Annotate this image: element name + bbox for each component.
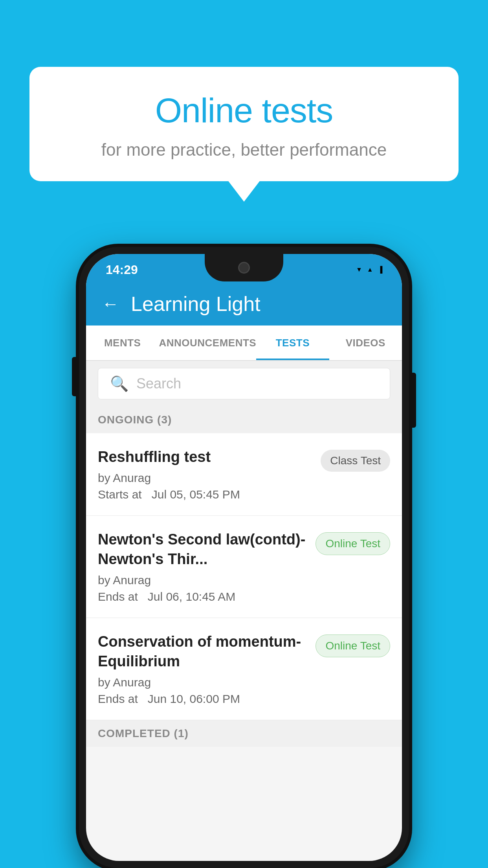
search-input[interactable]: 🔍 Search <box>98 368 390 399</box>
phone-frame: 14:29 ▼ ▲ ▐ ← Learning Light MENTS ANNOU… <box>79 247 409 868</box>
bubble-subtitle: for more practice, better performance <box>49 140 439 160</box>
app-title: Learning Light <box>131 292 261 316</box>
test-name: Conservation of momentum-Equilibrium <box>98 632 308 671</box>
search-placeholder-text: Search <box>136 375 181 392</box>
search-bar-container: 🔍 Search <box>86 361 402 406</box>
speech-bubble-card: Online tests for more practice, better p… <box>29 67 459 181</box>
phone-screen: 14:29 ▼ ▲ ▐ ← Learning Light MENTS ANNOU… <box>86 254 402 861</box>
phone-mockup: 14:29 ▼ ▲ ▐ ← Learning Light MENTS ANNOU… <box>79 247 409 868</box>
test-item-content: Conservation of momentum-Equilibrium by … <box>98 632 316 706</box>
wifi-icon: ▼ <box>356 266 362 273</box>
bubble-title: Online tests <box>49 90 439 131</box>
test-author: by Anurag <box>98 574 308 587</box>
test-name: Newton's Second law(contd)-Newton's Thir… <box>98 530 308 569</box>
tab-videos[interactable]: VIDEOS <box>329 326 402 360</box>
test-item-content: Reshuffling test by Anurag Starts at Jul… <box>98 447 321 501</box>
test-author: by Anurag <box>98 471 313 485</box>
test-item-content: Newton's Second law(contd)-Newton's Thir… <box>98 530 316 603</box>
camera <box>238 262 250 274</box>
test-item[interactable]: Reshuffling test by Anurag Starts at Jul… <box>86 433 402 516</box>
tab-tests[interactable]: TESTS <box>256 326 329 360</box>
status-time: 14:29 <box>106 263 138 277</box>
test-item[interactable]: Newton's Second law(contd)-Newton's Thir… <box>86 516 402 618</box>
signal-icon: ▲ <box>367 266 373 273</box>
battery-icon: ▐ <box>378 266 382 273</box>
test-badge-online: Online Test <box>316 532 390 555</box>
back-button[interactable]: ← <box>102 294 119 314</box>
search-icon: 🔍 <box>110 375 128 392</box>
tab-announcements[interactable]: ANNOUNCEMENTS <box>159 326 256 360</box>
completed-section-header: COMPLETED (1) <box>86 720 402 747</box>
test-badge-class: Class Test <box>321 450 390 472</box>
test-name: Reshuffling test <box>98 447 313 467</box>
status-icons: ▼ ▲ ▐ <box>356 266 382 273</box>
test-list: Reshuffling test by Anurag Starts at Jul… <box>86 433 402 720</box>
tab-ments[interactable]: MENTS <box>86 326 159 360</box>
app-header: ← Learning Light <box>86 282 402 326</box>
ongoing-section-header: ONGOING (3) <box>86 406 402 433</box>
test-time: Starts at Jul 05, 05:45 PM <box>98 488 313 501</box>
phone-notch <box>205 254 283 281</box>
test-badge-online-2: Online Test <box>316 634 390 657</box>
test-author: by Anurag <box>98 676 308 689</box>
test-time: Ends at Jun 10, 06:00 PM <box>98 692 308 706</box>
test-item[interactable]: Conservation of momentum-Equilibrium by … <box>86 618 402 720</box>
test-time: Ends at Jul 06, 10:45 AM <box>98 590 308 603</box>
tabs-bar: MENTS ANNOUNCEMENTS TESTS VIDEOS <box>86 326 402 361</box>
